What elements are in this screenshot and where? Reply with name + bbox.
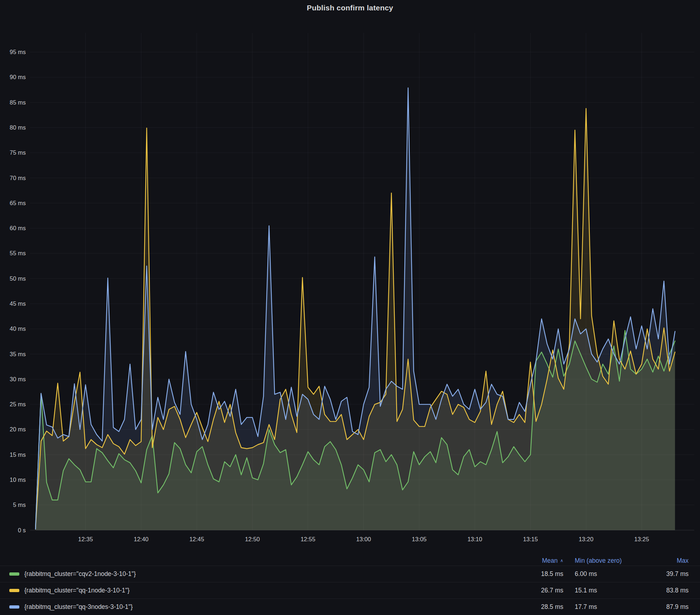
series-color-swatch[interactable] [9,589,19,592]
y-axis-tick-label: 10 ms [10,476,26,483]
y-axis-tick-label: 65 ms [10,200,26,206]
y-axis-tick-label: 20 ms [10,426,26,432]
series-color-swatch[interactable] [9,605,19,609]
legend-column-mean[interactable]: Mean∧ [510,557,563,565]
legend-column-mean-label: Mean [542,557,558,564]
x-axis-tick-label: 13:20 [579,536,593,542]
x-axis-tick-label: 12:40 [134,536,149,542]
y-axis-tick-label: 50 ms [10,275,26,282]
series-label[interactable]: {rabbitmq_cluster="qq-1node-3-10-1"} [24,587,130,594]
x-axis-tick-label: 12:35 [78,536,93,542]
y-axis-tick-label: 80 ms [10,124,26,131]
stat-max: 39.7 ms [635,570,689,578]
stat-mean: 28.5 ms [510,603,563,611]
x-axis-tick-label: 13:10 [467,536,482,542]
series-label[interactable]: {rabbitmq_cluster="cqv2-1node-3-10-1"} [24,570,136,578]
stat-min-above-zero: 6.00 ms [570,570,635,578]
sort-ascending-icon: ∧ [560,558,563,563]
y-axis-tick-label: 95 ms [10,49,26,55]
stat-min-above-zero: 15.1 ms [570,587,635,594]
y-axis-tick-label: 70 ms [10,175,26,181]
y-axis-tick-label: 45 ms [10,300,26,307]
y-axis-tick-label: 15 ms [10,451,26,458]
x-axis-tick-label: 12:50 [245,536,260,542]
y-axis-tick-label: 60 ms [10,225,26,231]
series-label[interactable]: {rabbitmq_cluster="qq-3nodes-3-10-1"} [24,603,133,611]
stat-mean: 26.7 ms [510,587,563,594]
x-axis-tick-label: 13:15 [523,536,538,542]
y-axis-tick-label: 0 s [18,527,26,533]
x-axis-tick-label: 12:45 [189,536,204,542]
y-axis-tick-label: 55 ms [10,250,26,256]
y-axis-tick-label: 35 ms [10,351,26,357]
y-axis-tick-label: 90 ms [10,74,26,80]
legend-row-qq-1node: {rabbitmq_cluster="qq-1node-3-10-1"} 26.… [0,582,700,599]
stat-max: 83.8 ms [635,587,689,594]
stat-min-above-zero: 17.7 ms [570,603,635,611]
legend-row-qq-3nodes: {rabbitmq_cluster="qq-3nodes-3-10-1"} 28… [0,599,700,615]
x-axis-tick-label: 13:25 [634,536,649,542]
y-axis-tick-label: 25 ms [10,401,26,407]
series-color-swatch[interactable] [9,572,19,576]
legend-row-cqv2-1node: {rabbitmq_cluster="cqv2-1node-3-10-1"} 1… [0,566,700,582]
legend-header: Mean∧ Min (above zero) Max [0,556,700,566]
latency-chart[interactable]: 0 s5 ms10 ms15 ms20 ms25 ms30 ms35 ms40 … [0,0,700,548]
y-axis-tick-label: 30 ms [10,376,26,382]
legend: Mean∧ Min (above zero) Max {rabbitmq_clu… [0,556,700,615]
series-fills [35,88,675,530]
legend-column-min[interactable]: Min (above zero) [570,557,635,565]
stat-max: 87.9 ms [635,603,689,611]
y-axis-tick-label: 85 ms [10,99,26,106]
grafana-panel: Publish confirm latency 0 s5 ms10 ms15 m… [0,0,700,615]
legend-column-max[interactable]: Max [635,557,689,565]
x-axis-tick-label: 13:05 [412,536,427,542]
stat-mean: 18.5 ms [510,570,563,578]
x-axis-tick-label: 13:00 [356,536,371,542]
y-axis-tick-label: 40 ms [10,325,26,332]
y-axis-tick-label: 5 ms [13,502,26,508]
y-axis-tick-label: 75 ms [10,149,26,156]
x-axis-tick-label: 12:55 [301,536,315,542]
